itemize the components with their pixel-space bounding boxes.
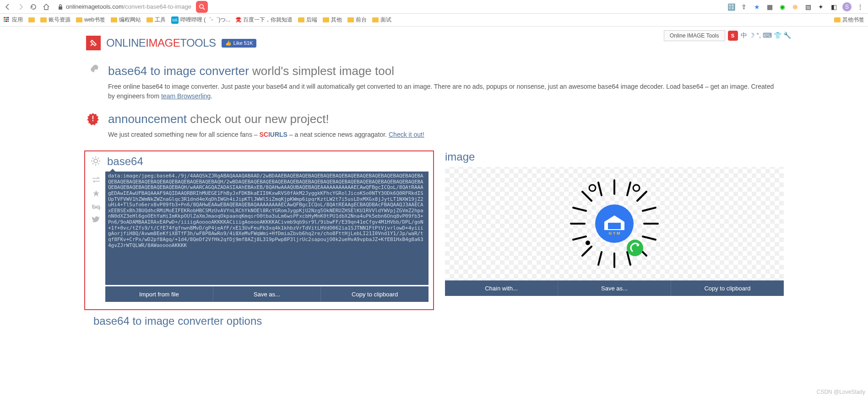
bookmark-frontend[interactable]: 前台: [347, 16, 367, 24]
moon-icon[interactable]: ☽: [749, 32, 755, 40]
svg-line-19: [598, 252, 602, 265]
lock-icon: [58, 4, 63, 10]
save-button[interactable]: Save as...: [213, 286, 321, 302]
browserling-link[interactable]: team Browserling: [161, 92, 211, 100]
svg-point-25: [589, 185, 596, 191]
folder-icon: [146, 17, 153, 22]
panel-icon[interactable]: ◧: [830, 3, 838, 11]
svg-point-26: [633, 185, 640, 191]
base64-title: base64: [107, 155, 143, 168]
profile-avatar[interactable]: S: [842, 2, 852, 11]
ime-icon[interactable]: 中: [741, 32, 747, 40]
folder-icon: [323, 17, 329, 22]
svg-point-32: [637, 244, 639, 247]
bookmark-other[interactable]: 其他: [323, 16, 342, 24]
base64-input[interactable]: [105, 172, 429, 285]
ext-icon-2[interactable]: ◉: [778, 3, 787, 11]
bookmark-programming[interactable]: 编程网站: [111, 16, 141, 24]
folder-icon: [347, 17, 354, 22]
menu-icon[interactable]: ⋮: [856, 3, 864, 11]
translate-icon[interactable]: 🔠: [727, 3, 735, 11]
svg-text:G Y M: G Y M: [608, 231, 620, 236]
apps-shortcut[interactable]: 应用: [4, 16, 23, 24]
ext-icon-4[interactable]: ▧: [804, 3, 812, 11]
gear-icon[interactable]: [90, 155, 103, 168]
keyboard-icon[interactable]: ⌨: [763, 32, 772, 40]
announcement-description: We just created something new for all sc…: [108, 130, 782, 139]
shirt-icon[interactable]: 👕: [774, 32, 781, 40]
pointer-icon: [110, 169, 115, 172]
output-qr-image: G Y M: [564, 173, 665, 274]
svg-point-1: [200, 5, 203, 8]
svg-line-13: [582, 192, 591, 201]
search-icon[interactable]: [196, 1, 208, 13]
thumbs-up-icon: 👍: [225, 40, 232, 46]
svg-line-21: [573, 208, 586, 211]
folder-icon: [298, 17, 304, 22]
top-right-widgets: Online IMAGE Tools S 中 ☽ °, ⌨ 👕 🔧: [664, 30, 791, 41]
svg-line-23: [643, 208, 656, 211]
bookmark-tools[interactable]: 工具: [146, 16, 166, 24]
import-button[interactable]: Import from file: [105, 286, 213, 302]
home-button[interactable]: [42, 3, 50, 11]
ime-badge[interactable]: S: [728, 31, 738, 41]
ad-box[interactable]: Online IMAGE Tools: [664, 30, 725, 41]
twitter-icon[interactable]: [92, 216, 100, 224]
bookmark-bilibili[interactable]: bili哔哩哔哩 (゜-゜)つ...: [171, 16, 230, 24]
share-icon[interactable]: ⇪: [740, 3, 748, 11]
bookmarks-bar: 应用 账号资源 web书签 编程网站 工具 bili哔哩哔哩 (゜-゜)つ...…: [0, 14, 868, 27]
favorite-icon[interactable]: [92, 190, 100, 198]
svg-text:!: !: [92, 115, 94, 123]
logo-text[interactable]: ONLINEIMAGETOOLS: [106, 37, 216, 49]
swap-icon[interactable]: [92, 176, 101, 183]
extensions-row: 🔠 ⇪ ★ ▦ ◉ ⊛ ▧ ✦ ◧ S ⋮: [727, 2, 864, 11]
svg-point-31: [627, 240, 643, 256]
folder-icon: [40, 17, 47, 22]
ext-icon-3[interactable]: ⊛: [791, 3, 799, 11]
copy-button[interactable]: Copy to clipboard: [320, 286, 429, 302]
announcement-section: ! announcement check out our new project…: [77, 112, 791, 139]
forward-button[interactable]: [16, 3, 25, 11]
svg-point-5: [94, 159, 98, 163]
bookmark-interview[interactable]: 面试: [372, 16, 391, 24]
facebook-like-button[interactable]: 👍Like 51K: [222, 39, 257, 48]
punct-icon[interactable]: °,: [757, 32, 761, 40]
wrench-icon[interactable]: 🔧: [783, 32, 791, 40]
star-icon[interactable]: ★: [753, 3, 761, 11]
folder-icon: [28, 17, 35, 22]
apps-icon: [4, 17, 10, 23]
folder-icon: [76, 17, 82, 22]
sciurls-link[interactable]: Check it out!: [389, 131, 424, 138]
svg-line-16: [582, 247, 591, 256]
hero-title: base64 to image converter world's simple…: [108, 64, 782, 78]
chain-button[interactable]: Chain with...: [445, 280, 558, 296]
link-icon[interactable]: [92, 204, 101, 210]
bookmark-web[interactable]: web书签: [76, 16, 105, 24]
reload-button[interactable]: [29, 3, 38, 11]
wrench-icon: [86, 64, 101, 79]
folder-icon: [834, 17, 841, 22]
hero-section: base64 to image converter world's simple…: [77, 64, 791, 101]
folder-icon: [372, 17, 379, 22]
svg-line-18: [627, 182, 630, 195]
back-button[interactable]: [4, 3, 12, 11]
hero-description: Free online base64 to image converter. J…: [108, 82, 782, 101]
browser-toolbar: onlineimagetools.com/convert-base64-to-i…: [0, 0, 868, 14]
bookmark-other-right[interactable]: 其他书签: [834, 16, 864, 24]
bookmark-backend[interactable]: 后端: [298, 16, 317, 24]
bookmark-folder[interactable]: [28, 17, 35, 22]
bilibili-icon: bili: [171, 16, 179, 24]
image-output[interactable]: G Y M: [445, 167, 784, 280]
bookmark-baidu[interactable]: 觉百度一下，你就知道: [236, 16, 293, 24]
logo-icon[interactable]: [86, 36, 101, 50]
announcement-title: announcement check out our new project!: [108, 112, 782, 126]
extensions-icon[interactable]: ✦: [817, 3, 825, 11]
side-tools: [90, 172, 103, 302]
bookmark-accounts[interactable]: 账号资源: [40, 16, 71, 24]
svg-rect-0: [59, 6, 62, 10]
save-image-button[interactable]: Save as...: [558, 280, 671, 296]
url-bar[interactable]: onlineimagetools.com/convert-base64-to-i…: [55, 1, 722, 12]
ext-icon-1[interactable]: ▦: [765, 3, 774, 11]
copy-image-button[interactable]: Copy to clipboard: [671, 280, 784, 296]
svg-line-24: [643, 236, 656, 240]
